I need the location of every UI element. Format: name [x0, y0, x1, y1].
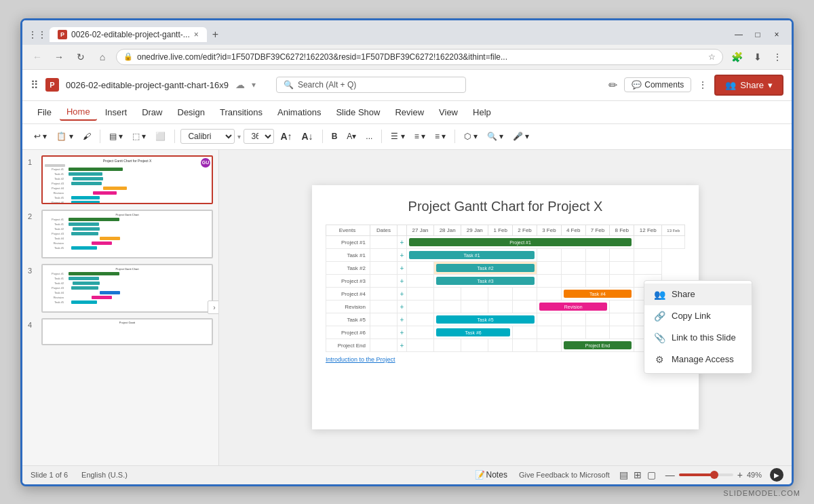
menu-bar: File Home Insert Draw Design Transitions… [22, 101, 792, 124]
menu-slideshow[interactable]: Slide Show [329, 104, 387, 120]
numbering-button[interactable]: ≡ ▾ [411, 130, 429, 143]
main-slide-area: Project Gantt Chart for Project X Events… [219, 150, 792, 465]
menu-review[interactable]: Review [388, 104, 431, 120]
menu-draw[interactable]: Draw [135, 104, 169, 120]
bold-button[interactable]: B [328, 130, 341, 143]
format-painter-button[interactable]: 🖌 [79, 130, 94, 143]
undo-button[interactable]: ↩ ▾ [31, 130, 50, 143]
slide-thumbnail-3[interactable]: 3 Project Gantt Chart Project #1 Task #1… [28, 264, 213, 313]
menu-file[interactable]: File [31, 104, 58, 120]
menu-transitions[interactable]: Transitions [213, 104, 269, 120]
date-28jan: 28 Jan [434, 225, 461, 236]
zoom-slider-thumb[interactable] [710, 471, 718, 479]
user-avatar: GU [201, 158, 210, 168]
copy-link-icon: 🔗 [654, 311, 665, 322]
search-box[interactable]: 🔍 Search (Alt + Q) [276, 77, 466, 93]
font-selector[interactable]: Calibri [180, 129, 235, 144]
dropdown-manage-access-item[interactable]: ⚙ Manage Access [644, 349, 752, 370]
slide-info: Slide 1 of 6 [31, 471, 68, 479]
manage-access-label: Manage Access [672, 354, 734, 364]
reload-button[interactable]: ↻ [73, 49, 89, 65]
slideshow-icon[interactable]: ▶ [770, 468, 783, 482]
toolbar: ↩ ▾ 📋 ▾ 🖌 ▤ ▾ ⬚ ▾ ⬜ Calibri ▾ 36 A↑ A↓ B… [22, 124, 792, 150]
close-button[interactable]: × [767, 25, 786, 44]
table-row: Task #5 + Task #5 [326, 313, 685, 326]
extensions-button[interactable]: 🧩 [729, 49, 745, 65]
apps-icon[interactable]: ⠿ [31, 79, 39, 92]
table-row: Project #4 + Task #4 [326, 288, 685, 301]
dropdown-link-slide-item[interactable]: 📎 Link to this Slide [644, 327, 752, 349]
security-icon: 🔒 [123, 52, 133, 61]
drawing-tools-icon[interactable]: ✏ [608, 79, 617, 92]
dropdown-share-item[interactable]: 👥 Share [644, 284, 752, 305]
table-row: Project End + Project End [326, 339, 685, 352]
menu-help[interactable]: Help [466, 104, 498, 120]
feedback-label[interactable]: Give Feedback to Microsoft [519, 471, 610, 479]
slide-number-1: 1 [28, 158, 36, 166]
menu-animations[interactable]: Animations [271, 104, 328, 120]
slide-number-3: 3 [28, 267, 36, 275]
date-3feb: 3 Feb [537, 225, 561, 236]
toolbar-more-icon[interactable]: ⋮ [698, 79, 708, 90]
reading-view-button[interactable]: ▢ [646, 468, 657, 482]
table-row: Revision + Revision [326, 301, 685, 313]
address-bar[interactable]: 🔒 onedrive.live.com/edit?id=1F507DBF39C6… [116, 49, 723, 65]
paste-button[interactable]: 📋 ▾ [53, 130, 76, 143]
font-color-button[interactable]: A▾ [343, 130, 360, 143]
active-tab[interactable]: P 0026-02-editable-project-gantt-... × [50, 27, 207, 42]
increase-font-button[interactable]: A↑ [277, 129, 295, 144]
maximize-button[interactable]: □ [748, 25, 767, 44]
align-button[interactable]: ≡ ▾ [431, 130, 449, 143]
home-button[interactable]: ⌂ [94, 49, 111, 65]
slide-layout-button[interactable]: ⬚ ▾ [129, 130, 149, 143]
zoom-out-button[interactable]: — [665, 469, 675, 480]
slide-thumb-4[interactable]: Project Gantt [41, 318, 213, 345]
slide-number-4: 4 [28, 321, 36, 329]
zoom-in-button[interactable]: + [737, 469, 743, 480]
panel-expand-button[interactable]: › [208, 301, 219, 314]
new-tab-button[interactable]: + [207, 26, 224, 43]
table-row: Task #1 + Task #1 [326, 249, 685, 262]
slide-thumb-2[interactable]: Project Gantt Chart Project #1 Task #1 T… [41, 210, 213, 258]
dropdown-copy-link-item[interactable]: 🔗 Copy Link [644, 305, 752, 327]
slide-sorter-button[interactable]: ⊞ [632, 468, 643, 482]
tab-grid-icon[interactable]: ⋮⋮ [28, 29, 47, 40]
bookmark-icon[interactable]: ☆ [708, 52, 716, 62]
minimize-button[interactable]: — [729, 25, 748, 44]
slide-thumb-1[interactable]: Project Gantt Chart for Project X Projec… [41, 155, 213, 204]
dropdown-arrow-icon[interactable]: ▾ [252, 80, 256, 90]
more-text-button[interactable]: ... [362, 130, 376, 143]
notes-button[interactable]: 📝 Notes [471, 468, 511, 482]
tab-close-button[interactable]: × [194, 30, 199, 39]
section-button[interactable]: ⬜ [152, 130, 169, 143]
comments-button[interactable]: 💬 Comments [624, 77, 691, 92]
back-button[interactable]: ← [29, 49, 45, 65]
zoom-level: 49% [747, 471, 762, 479]
intro-link[interactable]: Introduction to the Project [326, 356, 685, 363]
menu-button[interactable]: ⋮ [770, 49, 785, 65]
cloud-icon: ☁ [235, 79, 245, 90]
font-size-selector[interactable]: 36 [244, 129, 274, 144]
slide-thumbnail-1[interactable]: 1 Project Gantt Chart for Project X Proj… [28, 155, 213, 204]
gantt-table: Events Dates 27 Jan 28 Jan 29 Jan 1 Feb … [326, 225, 685, 352]
slide-thumbnail-4[interactable]: 4 Project Gantt [28, 318, 213, 345]
slide-thumbnail-2[interactable]: 2 Project Gantt Chart Project #1 Task #1… [28, 210, 213, 258]
zoom-slider[interactable] [679, 473, 733, 476]
menu-design[interactable]: Design [171, 104, 212, 120]
normal-view-button[interactable]: ▤ [618, 468, 629, 482]
layout-button[interactable]: ▤ ▾ [106, 130, 126, 143]
download-button[interactable]: ⬇ [751, 49, 764, 65]
decrease-font-button[interactable]: A↓ [298, 129, 317, 144]
share-people-icon: 👥 [725, 80, 736, 90]
menu-home[interactable]: Home [60, 104, 97, 121]
menu-insert[interactable]: Insert [98, 104, 134, 120]
slide-thumb-3[interactable]: Project Gantt Chart Project #1 Task #1 T… [41, 264, 213, 313]
find-button[interactable]: 🔍 ▾ [484, 130, 507, 143]
bullets-button[interactable]: ☰ ▾ [387, 130, 408, 143]
shapes-button[interactable]: ⬡ ▾ [461, 130, 480, 143]
share-button[interactable]: 👥 Share ▾ [714, 75, 783, 96]
menu-view[interactable]: View [432, 104, 465, 120]
forward-button[interactable]: → [51, 49, 67, 65]
dictate-button[interactable]: 🎤 ▾ [509, 130, 532, 143]
tab-title: 0026-02-editable-project-gantt-... [71, 30, 190, 39]
